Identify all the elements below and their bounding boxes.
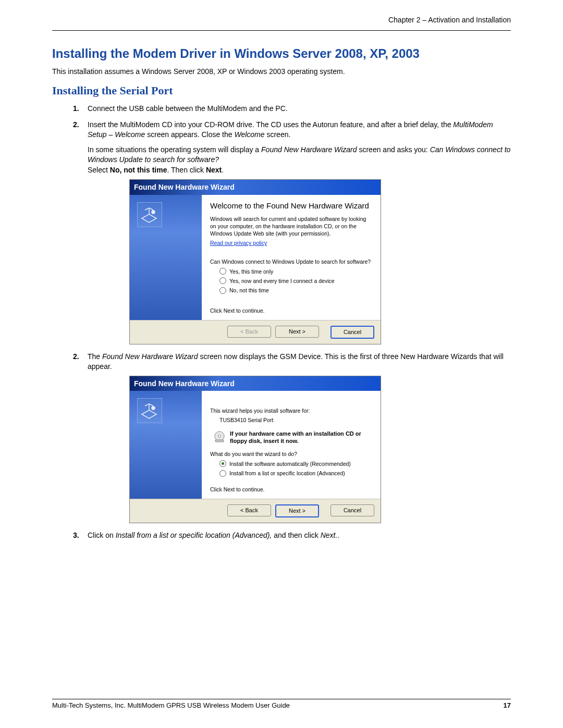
radio-auto[interactable]: Install the software automatically (Reco… — [219, 460, 372, 467]
step-text: Connect the USB cable between the MultiM… — [88, 104, 288, 113]
wizard-footer: < Back Next > Cancel — [130, 320, 381, 344]
intro-text: This installation assumes a Windows Serv… — [52, 67, 511, 76]
radio-icon — [219, 470, 226, 477]
wizard-sidebar — [130, 391, 202, 498]
wizard-content: Welcome to the Found New Hardware Wizard… — [202, 195, 381, 320]
wizard-dialog-1: Found New Hardware Wizard Welcome to the… — [129, 179, 381, 344]
step-2b: 2. The Found New Hardware Wizard screen … — [73, 352, 511, 523]
wizard-body: This wizard helps you install software f… — [130, 391, 381, 498]
wizard-question: Can Windows connect to Windows Update to… — [210, 258, 372, 266]
footer-text: Multi-Tech Systems, Inc. MultiModem GPRS… — [52, 701, 290, 709]
wizard-dialog-2: Found New Hardware Wizard This wizard he… — [129, 376, 381, 523]
radio-advanced[interactable]: Install from a list or specific location… — [219, 470, 372, 477]
radio-icon — [219, 268, 226, 275]
page-number: 17 — [504, 701, 511, 709]
step-2: 2. Insert the MultiModem CD into your CD… — [73, 120, 511, 344]
svg-point-0 — [152, 211, 155, 214]
wizard-desc: Windows will search for current and upda… — [210, 216, 372, 237]
wizard-line1: This wizard helps you install software f… — [210, 408, 372, 415]
wizard-body: Welcome to the Found New Hardware Wizard… — [130, 195, 381, 320]
back-button[interactable]: < Back — [227, 326, 271, 338]
step-para: Select No, not this time. Then click Nex… — [88, 165, 511, 175]
svg-rect-4 — [215, 440, 224, 442]
step-text: Insert the MultiModem CD into your CD-RO… — [88, 120, 493, 139]
page-footer: Multi-Tech Systems, Inc. MultiModem GPRS… — [52, 699, 511, 709]
back-button[interactable]: < Back — [227, 504, 271, 516]
cd-hint-text: If your hardware came with an installati… — [230, 430, 372, 445]
radio-label: Install from a list or specific location… — [229, 470, 345, 477]
step-text: Click on Install from a list or specific… — [88, 531, 339, 539]
wizard-heading: Welcome to the Found New Hardware Wizard — [210, 201, 372, 211]
device-name: TUSB3410 Serial Port — [219, 417, 372, 424]
radio-icon — [219, 287, 226, 294]
step-number: 1. — [73, 104, 79, 114]
step-number: 2. — [73, 352, 79, 362]
radio-yes-once[interactable]: Yes, this time only — [219, 268, 372, 275]
cd-icon — [213, 430, 226, 443]
radio-yes-always[interactable]: Yes, now and every time I connect a devi… — [219, 277, 372, 285]
radio-label: Yes, this time only — [229, 268, 273, 275]
step-para: In some situations the operating system … — [88, 145, 511, 165]
cd-hint: If your hardware came with an installati… — [213, 430, 372, 445]
sub-heading: Installing the Serial Port — [52, 84, 511, 97]
step-number: 2. — [73, 120, 79, 130]
steps-list: 1. Connect the USB cable between the Mul… — [73, 104, 511, 540]
radio-label: Install the software automatically (Reco… — [229, 460, 351, 467]
privacy-link[interactable]: Read our privacy policy — [210, 240, 267, 246]
wizard-footer: < Back Next > Cancel — [130, 499, 381, 523]
svg-point-1 — [152, 406, 155, 410]
document-page: Chapter 2 – Activation and Installation … — [0, 0, 563, 728]
main-heading: Installing the Modem Driver in Windows S… — [52, 46, 511, 61]
svg-point-3 — [218, 435, 221, 437]
wizard-continue: Click Next to continue. — [210, 486, 372, 493]
next-button[interactable]: Next > — [275, 326, 319, 338]
radio-no[interactable]: No, not this time — [219, 287, 372, 294]
radio-icon — [219, 277, 226, 284]
chapter-header: Chapter 2 – Activation and Installation — [52, 16, 511, 26]
wizard-title: Found New Hardware Wizard — [130, 180, 381, 195]
hardware-icon — [137, 398, 162, 423]
radio-icon — [219, 460, 226, 467]
header-rule — [52, 30, 511, 31]
wizard-content: This wizard helps you install software f… — [202, 391, 381, 498]
footer-rule — [52, 699, 511, 699]
radio-label: No, not this time — [229, 287, 269, 294]
wizard-question: What do you want the wizard to do? — [210, 451, 372, 458]
step-text: The Found New Hardware Wizard screen now… — [88, 352, 504, 371]
step-number: 3. — [73, 530, 79, 540]
hardware-icon — [137, 202, 162, 227]
wizard-continue: Click Next to continue. — [210, 307, 372, 315]
cancel-button[interactable]: Cancel — [331, 326, 374, 339]
cancel-button[interactable]: Cancel — [331, 504, 374, 516]
step-3: 3. Click on Install from a list or speci… — [73, 530, 511, 540]
step-1: 1. Connect the USB cable between the Mul… — [73, 104, 511, 114]
wizard-title: Found New Hardware Wizard — [130, 376, 381, 391]
wizard-sidebar — [130, 195, 202, 320]
next-button[interactable]: Next > — [275, 504, 319, 517]
radio-label: Yes, now and every time I connect a devi… — [229, 277, 335, 285]
